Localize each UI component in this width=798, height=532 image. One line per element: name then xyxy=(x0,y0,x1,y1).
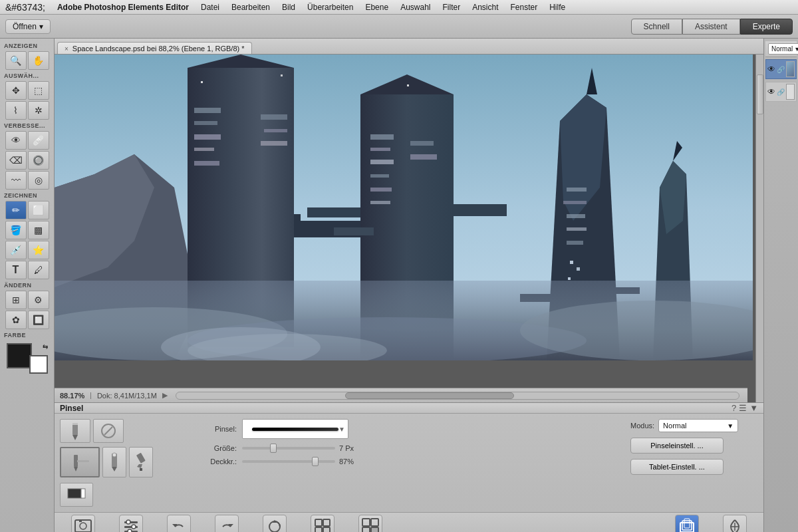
menu-ueberarbeiten[interactable]: Überarbeiten xyxy=(302,1,358,13)
panel-menu-icon[interactable]: ☰ xyxy=(739,403,747,413)
menu-ebene[interactable]: Ebene xyxy=(360,1,394,13)
background-color[interactable] xyxy=(29,355,48,374)
status-arrow-icon[interactable]: ▶ xyxy=(162,391,168,400)
size-slider-track[interactable] xyxy=(242,447,335,450)
straighten-tool[interactable]: 🔲 xyxy=(28,311,49,329)
layer-2-lock-icon[interactable]: 🔗 xyxy=(777,88,785,96)
svg-rect-52 xyxy=(281,74,283,76)
menu-filter[interactable]: Filter xyxy=(437,1,466,13)
tablet-einstell-button[interactable]: Tablet-Einstell. ... xyxy=(630,459,724,475)
menu-fenster[interactable]: Fenster xyxy=(505,1,543,13)
ebenen-shortcut[interactable]: Ebenen xyxy=(664,512,710,533)
marquee-tool[interactable]: ⬚ xyxy=(28,81,49,100)
verbessern-tools-2: ⌫ 🔘 xyxy=(3,151,51,170)
eye-dropper-tool[interactable]: 👁 xyxy=(5,131,27,150)
effekt-shortcut[interactable]: Effekt xyxy=(712,512,758,533)
help-icon[interactable]: ? xyxy=(732,403,736,413)
blend-mode-dropdown[interactable]: Normal ▼ xyxy=(768,43,798,55)
paint-bucket-tool[interactable]: 🪣 xyxy=(5,221,27,239)
towers-svg xyxy=(55,55,753,360)
v-scroll-thumb[interactable] xyxy=(757,74,763,114)
menu-auswahl[interactable]: Auswahl xyxy=(395,1,436,13)
wz-optionen-tool[interactable]: WZ-Optionen xyxy=(108,512,154,533)
layer-1-lock-icon[interactable]: 🔗 xyxy=(777,66,785,73)
canvas-tab[interactable]: × Space Landscape.psd bei 88,2% (Ebene 1… xyxy=(57,42,252,54)
stamp-tool[interactable]: 🔘 xyxy=(28,151,49,170)
svg-rect-11 xyxy=(264,129,287,132)
brush-mode-color-replace[interactable] xyxy=(93,419,124,443)
vertical-scrollbar[interactable] xyxy=(755,55,763,402)
tab-close-icon[interactable]: × xyxy=(65,45,68,53)
svg-rect-91 xyxy=(371,527,378,533)
layout-tool[interactable]: Layout xyxy=(299,512,346,533)
svg-marker-60 xyxy=(74,467,78,471)
brush-panel: Pinsel ? ☰ ▼ xyxy=(55,402,763,532)
mode-experte-button[interactable]: Experte xyxy=(740,19,793,35)
color-fill-row xyxy=(60,483,186,507)
zoom-tool[interactable]: 🔍 xyxy=(5,51,27,70)
menu-bearbeiten[interactable]: Bearbeiten xyxy=(226,1,275,13)
menu-ansicht[interactable]: Ansicht xyxy=(467,1,503,13)
fotobereich-tool[interactable]: Fotobereich xyxy=(60,512,106,533)
shape-tool[interactable]: ⭐ xyxy=(28,241,49,259)
svg-rect-14 xyxy=(294,214,301,237)
brush-mode-pencil[interactable] xyxy=(60,419,90,443)
rueckgaengig-tool[interactable]: Rückgängig xyxy=(156,512,202,533)
svg-rect-84 xyxy=(315,519,322,526)
color-picker-tool[interactable]: 💉 xyxy=(5,241,27,259)
brush-preset-alt[interactable] xyxy=(102,447,126,477)
svg-rect-71 xyxy=(75,520,91,532)
gradient-tool[interactable]: ▩ xyxy=(28,221,49,239)
healing-tool[interactable]: 🩹 xyxy=(28,131,49,150)
apple-menu[interactable]: &#63743; xyxy=(5,2,45,13)
color-fill-btn[interactable] xyxy=(60,483,93,507)
lasso-tool[interactable]: ⌇ xyxy=(5,101,27,120)
panel-expand-icon[interactable]: ▼ xyxy=(749,403,758,413)
recompose-tool[interactable]: ⚙ xyxy=(28,291,49,309)
layer-2-visibility-icon[interactable]: 👁 xyxy=(767,87,775,96)
menu-datei[interactable]: Datei xyxy=(196,1,225,13)
alt-pencil-svg xyxy=(107,452,122,473)
drehen-tool[interactable]: Drehen xyxy=(251,512,298,533)
organizer-tool[interactable]: Organizer xyxy=(347,512,394,533)
h-scroll-thumb[interactable] xyxy=(345,392,514,399)
brush-dropdown-arrow-icon: ▼ xyxy=(338,426,345,433)
liquefy-tool[interactable]: ✿ xyxy=(5,311,27,329)
mode-schnell-button[interactable]: Schnell xyxy=(631,19,682,35)
hand-tool[interactable]: ✋ xyxy=(28,51,49,70)
menu-hilfe[interactable]: Hilfe xyxy=(544,1,571,13)
move-tool[interactable]: ✥ xyxy=(5,81,27,100)
layer-1-visibility-icon[interactable]: 👁 xyxy=(767,65,775,74)
brush-presets-row-1 xyxy=(60,419,186,443)
layer-2-row[interactable]: 👁 🔗 xyxy=(765,82,797,102)
modus-dropdown[interactable]: Normal ▼ xyxy=(658,419,738,432)
menu-bild[interactable]: Bild xyxy=(277,1,301,13)
brush-preset-main[interactable] xyxy=(60,447,100,477)
clone-tool[interactable]: ⌫ xyxy=(5,151,27,170)
text-tool[interactable]: T xyxy=(5,261,27,279)
opacity-slider-track[interactable] xyxy=(242,460,335,463)
mode-assistent-button[interactable]: Assistent xyxy=(682,19,740,35)
brush-tool[interactable]: ✏ xyxy=(5,201,27,219)
brush-preview[interactable]: ▼ xyxy=(242,419,348,439)
open-button[interactable]: Öffnen ▾ xyxy=(5,19,51,34)
eraser-tool[interactable]: ⬜ xyxy=(28,201,49,219)
svg-rect-33 xyxy=(563,201,587,204)
layer-1-row[interactable]: 👁 🔗 xyxy=(765,59,797,79)
svg-rect-28 xyxy=(334,227,374,235)
blur-tool[interactable]: ◎ xyxy=(28,171,49,190)
wiederholen-tool[interactable]: Wiederholen xyxy=(203,512,250,533)
switch-colors-icon[interactable]: ⇆ xyxy=(43,343,48,350)
opacity-slider-thumb[interactable] xyxy=(312,457,319,466)
size-slider-thumb[interactable] xyxy=(270,444,277,453)
smudge-tool[interactable]: 〰 xyxy=(5,171,27,190)
path-tool[interactable]: 🖊 xyxy=(28,261,49,279)
color-dropper-tool-btn[interactable] xyxy=(129,447,153,477)
crop-tool[interactable]: ⊞ xyxy=(5,291,27,309)
foreground-color[interactable] xyxy=(7,343,32,368)
canvas-wrapper[interactable]: 88.17% | Dok: 8,41M/13,1M ▶ xyxy=(55,55,755,402)
zoom-level: 88.17% xyxy=(60,392,84,400)
horizontal-scrollbar[interactable] xyxy=(176,392,739,400)
magic-wand-tool[interactable]: ✲ xyxy=(28,101,49,120)
pinseleinstell-button[interactable]: Pinseleinstell. ... xyxy=(630,438,724,454)
